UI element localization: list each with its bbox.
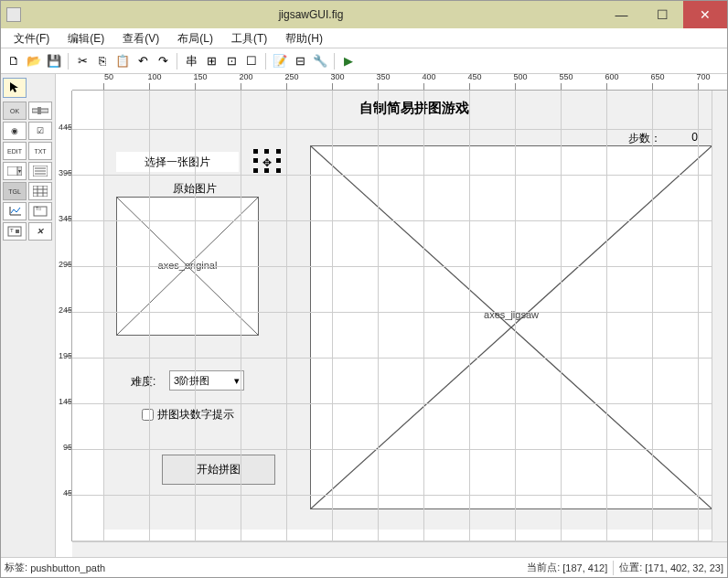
pushbutton-tool[interactable]: OK [3, 102, 27, 120]
svg-rect-1 [37, 107, 41, 114]
menu-editor-icon[interactable]: ⊞ [202, 52, 220, 70]
status-current-point-label: 当前点: [527, 561, 560, 574]
menubar: 文件(F) 编辑(E) 查看(V) 布局(L) 工具(T) 帮助(H) [1, 28, 727, 48]
menu-edit[interactable]: 编辑(E) [59, 28, 113, 48]
toolbar-editor-icon[interactable]: ☐ [242, 52, 261, 70]
steps-label: 步数： [628, 131, 661, 146]
toolbar: 🗋 📂 💾 ✂ ⎘ 📋 ↶ ↷ 串 ⊞ ⊡ ☐ 📝 ⊟ 🔧 ▶ [1, 48, 727, 74]
svg-rect-17 [8, 227, 21, 236]
canvas-container: 5010015020025030035040045050055060065070… [56, 74, 727, 557]
difficulty-popupmenu[interactable]: 3阶拼图 ▾ [169, 370, 244, 391]
toolbar-separator [334, 53, 335, 70]
new-file-icon[interactable]: 🗋 [5, 52, 23, 70]
move-icon: ✥ [262, 156, 272, 169]
panel-title: 自制简易拼图游戏 [103, 100, 712, 117]
start-button[interactable]: 开始拼图 [162, 455, 275, 485]
tab-order-icon[interactable]: ⊡ [222, 52, 241, 70]
svg-rect-4 [33, 166, 48, 177]
menu-tools[interactable]: 工具(T) [222, 28, 276, 48]
editor-icon[interactable]: 📝 [271, 52, 289, 70]
paste-icon[interactable]: 📋 [113, 52, 132, 70]
pointer-tool[interactable] [3, 78, 27, 98]
status-current-point-value: [187, 412] [562, 562, 607, 573]
original-label: 原始图片 [140, 181, 250, 197]
selection-handles[interactable]: ✥ [253, 149, 281, 173]
titlebar: jigsawGUI.fig — ☐ ✕ [1, 1, 727, 28]
axes-jigsaw[interactable]: axes_jigsaw [310, 145, 712, 509]
table-tool[interactable] [28, 182, 52, 200]
svg-rect-19 [16, 230, 19, 233]
difficulty-value: 3阶拼图 [174, 374, 209, 388]
menu-file[interactable]: 文件(F) [5, 28, 59, 48]
minimize-button[interactable]: — [601, 1, 642, 28]
difficulty-label: 难度: [131, 374, 155, 390]
slider-tool[interactable] [28, 102, 52, 120]
hint-checkbox-row[interactable]: 拼图块数字提示 [142, 407, 234, 423]
close-button[interactable]: ✕ [683, 1, 727, 28]
listbox-tool[interactable] [28, 162, 52, 180]
save-icon[interactable]: 💾 [45, 52, 63, 70]
align-icon[interactable]: 串 [182, 52, 200, 70]
property-inspector-icon[interactable]: ⊟ [291, 52, 309, 70]
workspace: OK ◉ ☑ EDIT TXT TGL T□ [1, 74, 727, 557]
toolbar-separator [177, 53, 177, 70]
component-palette: OK ◉ ☑ EDIT TXT TGL T□ [1, 74, 56, 557]
copy-icon[interactable]: ⎘ [93, 52, 112, 70]
status-position-value: [171, 402, 32, 23] [645, 562, 723, 573]
design-canvas[interactable]: 自制简易拼图游戏 步数： 0 选择一张图片 ✥ 原始图片 [72, 91, 712, 541]
svg-rect-2 [7, 166, 22, 176]
window-title: jigsawGUI.fig [21, 8, 601, 21]
window-controls: — ☐ ✕ [601, 1, 727, 28]
menu-view[interactable]: 查看(V) [113, 28, 168, 48]
select-picture-button[interactable]: 选择一张图片 [116, 152, 239, 172]
hint-checkbox-label: 拼图块数字提示 [157, 407, 234, 423]
edit-tool[interactable]: EDIT [3, 142, 27, 160]
radiobutton-tool[interactable]: ◉ [3, 122, 27, 140]
app-window: jigsawGUI.fig — ☐ ✕ 文件(F) 编辑(E) 查看(V) 布局… [0, 0, 728, 578]
toolbar-separator [265, 53, 266, 70]
checkbox-tool[interactable]: ☑ [28, 122, 52, 140]
axes-tool[interactable] [3, 202, 27, 220]
vertical-ruler: 4453953452952451951459545 [56, 91, 72, 541]
axes-jigsaw-tag: axes_jigsaw [311, 309, 712, 320]
vertical-scrollbar[interactable] [712, 91, 727, 541]
steps-value: 0 [691, 131, 698, 144]
horizontal-ruler: 5010015020025030035040045050055060065070… [72, 74, 727, 91]
run-icon[interactable]: ▶ [339, 52, 358, 70]
svg-rect-8 [33, 186, 48, 197]
buttongroup-tool[interactable]: T [3, 222, 27, 241]
svg-text:T: T [10, 228, 14, 233]
popupmenu-tool[interactable] [3, 162, 27, 180]
status-tag-value: pushbutton_path [30, 562, 105, 573]
open-file-icon[interactable]: 📂 [25, 52, 43, 70]
status-separator [613, 561, 614, 575]
togglebutton-tool[interactable]: TGL [3, 182, 27, 200]
figure-panel[interactable]: 自制简易拼图游戏 步数： 0 选择一张图片 ✥ 原始图片 [103, 91, 712, 530]
statusbar: 标签: pushbutton_path 当前点: [187, 412] 位置: … [1, 557, 727, 577]
status-position-label: 位置: [619, 561, 642, 574]
hint-checkbox[interactable] [142, 409, 154, 421]
axes-original-tag: axes_original [117, 260, 258, 271]
app-icon [6, 7, 21, 22]
menu-layout[interactable]: 布局(L) [168, 28, 222, 48]
horizontal-scrollbar[interactable] [72, 541, 727, 557]
toolbar-separator [68, 53, 69, 70]
axes-original[interactable]: axes_original [116, 197, 259, 336]
undo-icon[interactable]: ↶ [134, 52, 152, 70]
panel-tool[interactable]: T□ [28, 202, 52, 220]
redo-icon[interactable]: ↷ [154, 52, 172, 70]
text-tool[interactable]: TXT [28, 142, 52, 160]
chevron-down-icon: ▾ [234, 375, 240, 387]
status-tag-label: 标签: [5, 561, 27, 574]
svg-rect-3 [17, 166, 22, 176]
object-browser-icon[interactable]: 🔧 [311, 52, 329, 70]
maximize-button[interactable]: ☐ [642, 1, 683, 28]
activex-tool[interactable]: ✕ [28, 222, 52, 241]
cut-icon[interactable]: ✂ [73, 52, 91, 70]
svg-rect-0 [32, 109, 48, 112]
svg-text:T□: T□ [36, 206, 41, 211]
menu-help[interactable]: 帮助(H) [276, 28, 332, 48]
svg-rect-15 [34, 207, 47, 216]
